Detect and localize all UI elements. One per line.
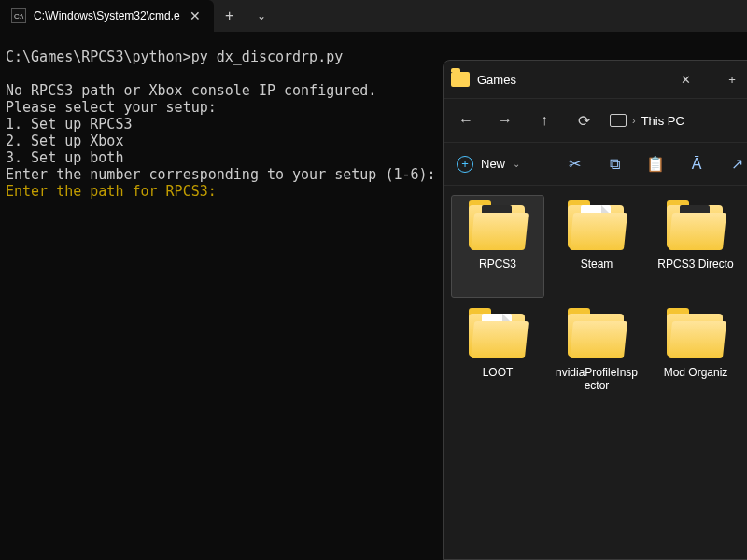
nav-back-button[interactable]: ←	[447, 102, 485, 139]
explorer-window: Games ✕ + ← → ↑ ⟳ › This PC + New ⌄ ✂ ⧉ …	[443, 60, 747, 560]
folder-label: Mod Organiz	[664, 366, 728, 379]
terminal-tabbar: C:\ C:\Windows\System32\cmd.e ✕ + ⌄	[0, 0, 747, 32]
terminal-tab[interactable]: C:\ C:\Windows\System32\cmd.e ✕	[0, 0, 214, 32]
folder-icon	[564, 202, 629, 252]
close-tab-button[interactable]: ✕	[188, 8, 203, 23]
new-tab-button[interactable]: +	[214, 7, 246, 24]
folder-label: Steam	[581, 258, 613, 271]
breadcrumb-label: This PC	[641, 114, 684, 128]
folder-item[interactable]: Mod Organiz	[649, 303, 742, 406]
folder-icon	[564, 310, 629, 360]
cmd-icon: C:\	[11, 8, 26, 23]
explorer-navbar: ← → ↑ ⟳ › This PC	[444, 98, 747, 143]
chevron-down-icon: ⌄	[513, 159, 520, 169]
nav-up-button[interactable]: ↑	[526, 102, 563, 139]
tab-dropdown-button[interactable]: ⌄	[246, 9, 277, 22]
folder-item[interactable]: RPCS3	[451, 195, 544, 298]
paste-icon[interactable]: 📋	[646, 155, 665, 173]
copy-icon[interactable]: ⧉	[606, 156, 624, 173]
terminal-tab-title: C:\Windows\System32\cmd.e	[34, 9, 180, 22]
folder-icon	[465, 310, 530, 360]
explorer-titlebar[interactable]: Games ✕ +	[444, 61, 747, 98]
folder-icon	[663, 310, 728, 360]
plus-icon: +	[457, 156, 473, 173]
explorer-title: Games	[477, 73, 658, 87]
tab-actions: + ⌄	[214, 0, 277, 32]
folder-item[interactable]: RPCS3 Directo	[649, 195, 742, 298]
thispc-icon	[610, 114, 627, 127]
explorer-toolbar: + New ⌄ ✂ ⧉ 📋 Ā ↗	[444, 143, 747, 186]
explorer-newtab-button[interactable]: +	[712, 64, 747, 94]
explorer-close-button[interactable]: ✕	[666, 64, 705, 94]
explorer-content: RPCS3SteamRPCS3 DirectoLOOTnvidiaProfile…	[444, 186, 747, 559]
folder-icon	[663, 202, 728, 252]
folder-label: nvidiaProfileInspector	[553, 366, 641, 392]
nav-refresh-button[interactable]: ⟳	[565, 102, 602, 139]
folder-label: LOOT	[483, 366, 514, 379]
folder-icon	[451, 72, 470, 87]
folder-item[interactable]: LOOT	[451, 303, 544, 406]
toolbar-divider	[543, 154, 543, 175]
rename-icon[interactable]: Ā	[687, 156, 705, 173]
folder-item[interactable]: Steam	[550, 195, 643, 298]
cut-icon[interactable]: ✂	[566, 155, 584, 173]
new-button[interactable]: + New ⌄	[457, 156, 520, 173]
folder-label: RPCS3	[479, 258, 516, 271]
folder-icon	[465, 202, 530, 252]
folder-item[interactable]: nvidiaProfileInspector	[550, 303, 643, 406]
chevron-right-icon: ›	[632, 115, 636, 126]
breadcrumb[interactable]: › This PC	[604, 114, 690, 128]
folder-label: RPCS3 Directo	[657, 258, 733, 271]
nav-forward-button[interactable]: →	[486, 102, 524, 139]
share-icon[interactable]: ↗	[728, 155, 746, 173]
terminal-prompt: Enter the path for RPCS3:	[6, 183, 217, 200]
